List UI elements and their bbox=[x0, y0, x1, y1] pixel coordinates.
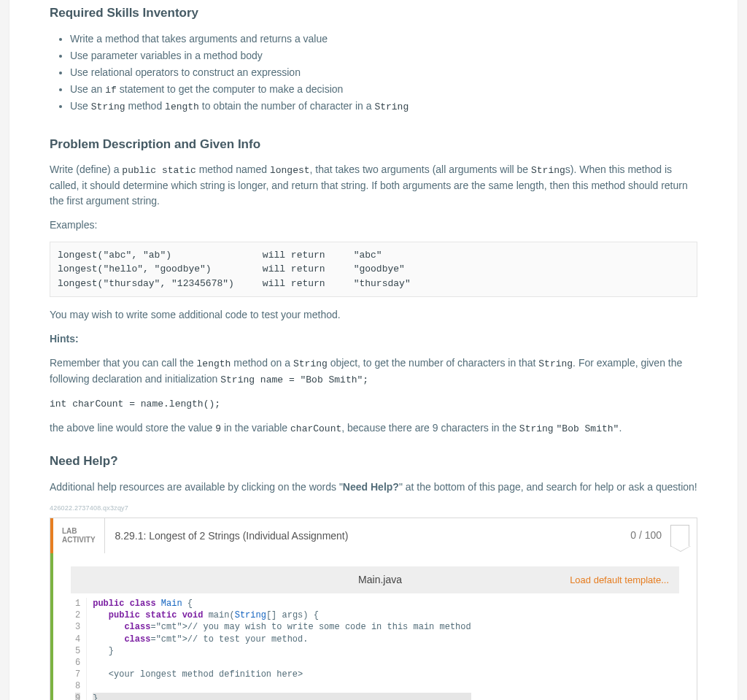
code-longest: longest bbox=[270, 165, 310, 176]
text: " at the bottom of this page, and search… bbox=[399, 481, 697, 493]
text-bold: Need Help? bbox=[343, 481, 399, 493]
load-template-link[interactable]: Load default template... bbox=[570, 573, 669, 588]
code-string: String bbox=[538, 358, 573, 369]
code-string: String bbox=[293, 358, 328, 369]
skills-list: Write a method that takes arguments and … bbox=[50, 31, 697, 115]
hint-code-line: int charCount = name.length(); bbox=[50, 396, 697, 412]
lab-tag: LAB ACTIVITY bbox=[53, 518, 105, 553]
line-gutter: 123456789 bbox=[71, 598, 87, 700]
text: in the variable bbox=[221, 422, 290, 434]
need-help-heading: Need Help? bbox=[50, 445, 697, 471]
lab-activity: LAB ACTIVITY 8.29.1: Longest of 2 String… bbox=[50, 518, 697, 700]
code-decl: String name = "Bob Smith"; bbox=[220, 374, 368, 385]
text: method named bbox=[196, 164, 270, 175]
lab-title: 8.29.1: Longest of 2 Strings (Individual… bbox=[105, 528, 631, 544]
skills-item: Use an if statement to get the computer … bbox=[70, 82, 697, 98]
problem-heading: Problem Description and Given Info bbox=[50, 128, 697, 154]
examples-label: Examples: bbox=[50, 218, 697, 233]
trace-id: 426022.2737408.qx3zqy7 bbox=[50, 504, 697, 514]
problem-intro: Write (define) a public static method na… bbox=[50, 162, 697, 209]
skills-item: Write a method that takes arguments and … bbox=[70, 31, 697, 47]
text: Remember that you can call the bbox=[50, 357, 197, 369]
followup-text: You may wish to write some additional co… bbox=[50, 307, 697, 323]
text: , that takes two arguments (all argument… bbox=[310, 164, 531, 175]
skills-item: Use String method length to obtain the n… bbox=[70, 99, 697, 115]
skills-item: Use relational operators to construct an… bbox=[70, 65, 697, 80]
need-help-text: Additional help resources are available … bbox=[50, 480, 697, 495]
lab-body: Main.java Load default template... 12345… bbox=[50, 553, 697, 700]
text: . bbox=[619, 422, 622, 434]
lab-tag-line2: ACTIVITY bbox=[62, 536, 96, 544]
code-charcount: charCount bbox=[290, 423, 341, 434]
text: method on a bbox=[231, 357, 293, 369]
code-length: length bbox=[197, 358, 231, 369]
lab-score: 0 / 100 bbox=[630, 525, 697, 547]
document-page: Required Skills Inventory Write a method… bbox=[9, 0, 738, 700]
score-badge-icon bbox=[670, 525, 689, 547]
text: the above line would store the value bbox=[50, 422, 215, 434]
skills-item: Use parameter variables in a method body bbox=[70, 48, 697, 64]
file-header: Main.java Load default template... bbox=[71, 566, 679, 593]
code-string: String bbox=[519, 423, 554, 434]
hint-paragraph-2: the above line would store the value 9 i… bbox=[50, 420, 697, 436]
lab-header: LAB ACTIVITY 8.29.1: Longest of 2 String… bbox=[50, 518, 697, 553]
text: Write (define) a bbox=[50, 164, 122, 175]
lab-tag-line1: LAB bbox=[62, 527, 77, 535]
text: object, to get the number of characters … bbox=[328, 357, 539, 369]
code-editor[interactable]: 123456789 public class Main { public sta… bbox=[71, 593, 679, 700]
code-bobsmith: "Bob Smith" bbox=[557, 423, 619, 434]
code-9: 9 bbox=[215, 423, 221, 434]
skills-heading: Required Skills Inventory bbox=[50, 0, 697, 23]
examples-block: longest("abc", "ab") will return "abc" l… bbox=[50, 242, 697, 298]
code-public-static: public static bbox=[122, 165, 196, 176]
text: Additional help resources are available … bbox=[50, 481, 343, 493]
text: , because there are 9 characters in the bbox=[341, 422, 519, 434]
file-name: Main.java bbox=[190, 572, 570, 588]
hints-label: Hints: bbox=[50, 331, 697, 347]
code-content[interactable]: public class Main { public static void m… bbox=[87, 598, 471, 700]
code-string: String bbox=[531, 165, 565, 176]
hint-paragraph-1: Remember that you can call the length me… bbox=[50, 355, 697, 387]
